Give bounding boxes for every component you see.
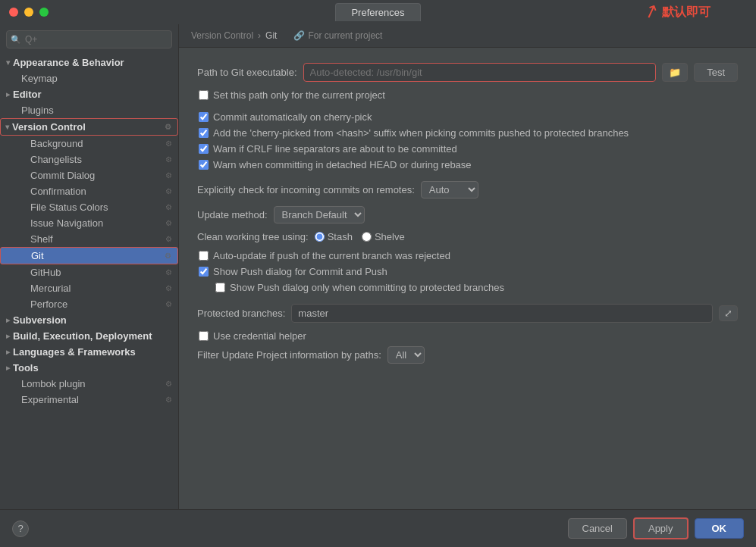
cherry-pick-suffix-checkbox[interactable] [199, 128, 209, 138]
set-path-row: Set this path only for the current proje… [197, 89, 738, 101]
sidebar-item-mercurial[interactable]: Mercurial ⚙ [0, 280, 178, 296]
sidebar-item-languages[interactable]: Languages & Frameworks [0, 344, 178, 360]
sidebar-item-changelists[interactable]: Changelists ⚙ [0, 152, 178, 167]
auto-update-row: Auto-update if push of the current branc… [197, 250, 738, 261]
maximize-dot[interactable] [39, 8, 49, 17]
search-icon: 🔍 [11, 35, 21, 45]
sidebar-item-editor[interactable]: Editor [0, 86, 178, 102]
link-icon: 🔗 [293, 30, 305, 41]
filter-update-select[interactable]: All [387, 346, 425, 364]
credential-helper-label: Use credential helper [213, 330, 306, 342]
sidebar-item-experimental[interactable]: Experimental ⚙ [0, 392, 178, 408]
show-push-protected-label: Show Push dialog only when committing to… [230, 282, 504, 293]
settings-icon: ⚙ [165, 155, 172, 164]
window-controls [9, 8, 49, 17]
crlf-label: Warn if CRLF line separators are about t… [213, 143, 457, 155]
crlf-checkbox[interactable] [199, 144, 209, 154]
stash-label: Stash [328, 231, 353, 242]
cherry-pick-row: Commit automatically on cherry-pick [197, 111, 738, 123]
git-path-row: Path to Git executable: 📁 Test [197, 63, 738, 82]
show-push-protected-checkbox[interactable] [215, 283, 225, 292]
browse-button[interactable]: 📁 [662, 63, 688, 82]
breadcrumb: Version Control › Git 🔗 For current proj… [179, 24, 756, 48]
title-bar: Preferences ↙ 默认即可 [0, 0, 756, 24]
credential-helper-row: Use credential helper [197, 330, 738, 342]
protected-branches-input[interactable] [291, 304, 713, 323]
sidebar-item-lombok[interactable]: Lombok plugin ⚙ [0, 376, 178, 392]
close-dot[interactable] [9, 8, 18, 17]
test-button[interactable]: Test [694, 63, 738, 82]
expand-icon [6, 348, 10, 356]
preferences-tab[interactable]: Preferences [335, 3, 420, 21]
for-current-project[interactable]: 🔗 For current project [293, 30, 382, 41]
settings-icon: ⚙ [165, 284, 172, 292]
settings-icon: ⚙ [165, 235, 172, 243]
shelve-radio[interactable] [362, 232, 372, 242]
update-method-label: Update method: [197, 209, 268, 220]
breadcrumb-parent: Version Control [191, 30, 253, 41]
auto-update-checkbox[interactable] [199, 251, 209, 261]
update-method-row: Update method: Branch Default Merge Reba… [197, 206, 738, 223]
show-push-protected-row: Show Push dialog only when committing to… [197, 282, 738, 293]
clean-tree-radios: Stash Shelve [315, 231, 405, 242]
sidebar-item-shelf[interactable]: Shelf ⚙ [0, 231, 178, 247]
detached-head-label: Warn when committing in detached HEAD or… [213, 159, 472, 170]
sidebar-item-git[interactable]: Git ⚙ [0, 247, 178, 264]
sidebar-item-background[interactable]: Background ⚙ [0, 136, 178, 152]
expand-icon [6, 90, 10, 98]
sidebar-item-file-status-colors[interactable]: File Status Colors ⚙ [0, 199, 178, 215]
stash-radio[interactable] [315, 232, 325, 242]
settings-icon: ⚙ [165, 395, 172, 404]
sidebar-item-github[interactable]: GitHub ⚙ [0, 264, 178, 280]
sidebar-item-keymap[interactable]: Keymap [0, 70, 178, 86]
set-path-checkbox[interactable] [199, 90, 209, 100]
git-path-label: Path to Git executable: [197, 67, 297, 78]
sidebar-item-confirmation[interactable]: Confirmation ⚙ [0, 183, 178, 199]
expand-icon [6, 332, 10, 340]
cherry-pick-checkbox[interactable] [199, 112, 209, 122]
sidebar-item-version-control[interactable]: Version Control ⚙ [0, 118, 178, 136]
apply-button[interactable]: Apply [633, 517, 689, 539]
cancel-button[interactable]: Cancel [568, 518, 627, 539]
credential-helper-checkbox[interactable] [199, 331, 209, 341]
expand-icon [6, 364, 10, 372]
sidebar-item-appearance[interactable]: Appearance & Behavior [0, 55, 178, 70]
sidebar-item-build[interactable]: Build, Execution, Deployment [0, 328, 178, 344]
stash-option[interactable]: Stash [315, 231, 353, 242]
expand-icon [5, 123, 9, 131]
shelve-option[interactable]: Shelve [362, 231, 405, 242]
breadcrumb-separator: › [258, 30, 261, 41]
expand-icon [6, 316, 10, 324]
crlf-row: Warn if CRLF line separators are about t… [197, 143, 738, 155]
search-input[interactable] [6, 30, 172, 48]
settings-icon: ⚙ [165, 123, 171, 131]
settings-icon: ⚙ [165, 171, 172, 180]
filter-update-label: Filter Update Project information by pat… [197, 349, 381, 361]
expand-icon [6, 58, 10, 67]
protected-branches-row: Protected branches: ⤢ [197, 304, 738, 323]
update-method-select[interactable]: Branch Default Merge Rebase [274, 206, 365, 223]
git-path-input[interactable] [303, 63, 657, 82]
sidebar-item-subversion[interactable]: Subversion [0, 312, 178, 328]
sidebar-item-plugins[interactable]: Plugins [0, 102, 178, 118]
cherry-pick-suffix-row: Add the 'cherry-picked from <hash>' suff… [197, 127, 738, 139]
minimize-dot[interactable] [24, 8, 33, 17]
incoming-commits-select[interactable]: Auto Always Never [421, 181, 478, 198]
settings-icon: ⚙ [165, 219, 172, 227]
protected-branches-label: Protected branches: [197, 308, 285, 319]
ok-button[interactable]: OK [695, 518, 745, 539]
cherry-pick-label: Commit automatically on cherry-pick [213, 111, 372, 123]
show-push-checkbox[interactable] [199, 267, 209, 277]
settings-icon: ⚙ [165, 380, 172, 388]
search-box[interactable]: 🔍 [6, 30, 172, 48]
sidebar-item-tools[interactable]: Tools [0, 360, 178, 376]
sidebar-item-commit-dialog[interactable]: Commit Dialog ⚙ [0, 167, 178, 183]
sidebar-item-perforce[interactable]: Perforce ⚙ [0, 296, 178, 312]
help-button[interactable]: ? [12, 520, 29, 537]
auto-update-label: Auto-update if push of the current branc… [213, 250, 450, 261]
settings-icon: ⚙ [165, 139, 172, 148]
branches-expand-button[interactable]: ⤢ [719, 305, 738, 321]
filter-update-row: Filter Update Project information by pat… [197, 346, 738, 364]
sidebar-item-issue-navigation[interactable]: Issue Navigation ⚙ [0, 215, 178, 231]
detached-head-checkbox[interactable] [199, 160, 209, 170]
